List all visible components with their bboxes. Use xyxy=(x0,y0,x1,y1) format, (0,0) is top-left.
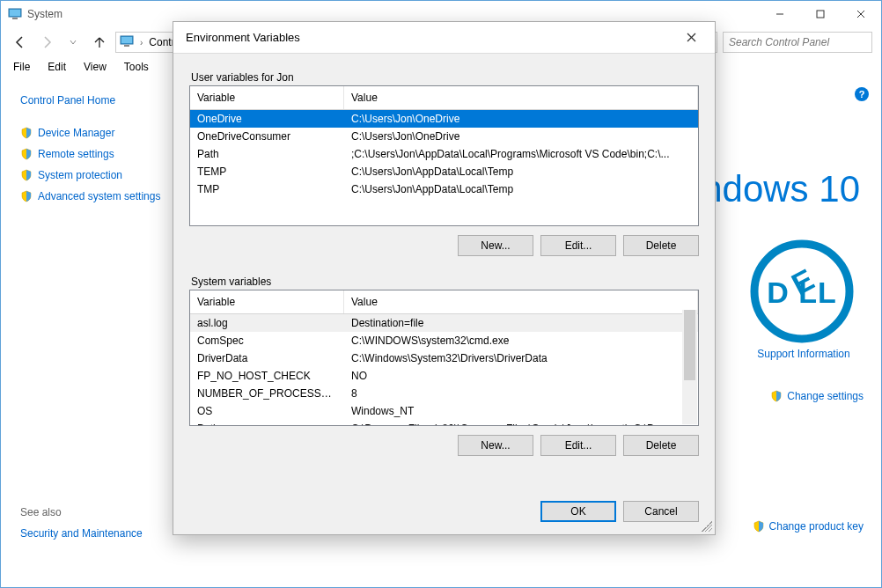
change-product-key-link[interactable]: Change product key xyxy=(753,520,864,533)
dell-logo: D LL E xyxy=(749,239,855,344)
control-panel-home-link[interactable]: Control Panel Home xyxy=(20,94,175,107)
up-button[interactable] xyxy=(89,32,110,53)
help-icon[interactable]: ? xyxy=(855,87,869,101)
system-vars-rows: asl.logDestination=fileComSpecC:\WINDOWS… xyxy=(190,314,698,425)
menu-view[interactable]: View xyxy=(77,59,114,75)
cell-value: C:\Users\Jon\AppData\Local\Temp xyxy=(344,182,698,196)
link-label: Remote settings xyxy=(38,148,114,160)
recent-dropdown[interactable] xyxy=(62,32,84,53)
user-delete-button[interactable]: Delete xyxy=(623,235,699,256)
change-settings-link[interactable]: Change settings xyxy=(770,390,864,402)
cell-value: C:\Users\Jon\AppData\Local\Temp xyxy=(344,165,698,179)
link-label: Change product key xyxy=(769,520,864,533)
windows-10-logo: ndows 10 xyxy=(702,168,860,210)
cancel-button[interactable]: Cancel xyxy=(623,501,699,522)
system-delete-button[interactable]: Delete xyxy=(623,435,699,456)
user-vars-list[interactable]: Variable Value OneDriveC:\Users\Jon\OneD… xyxy=(189,85,699,226)
search-placeholder: Search Control Panel xyxy=(729,36,829,48)
table-row[interactable]: OSWindows_NT xyxy=(190,402,698,420)
shield-icon xyxy=(20,127,33,139)
col-variable[interactable]: Variable xyxy=(190,86,344,109)
user-vars-label: User variables for Jon xyxy=(191,71,699,84)
sidebar-item-system-protection[interactable]: System protection xyxy=(20,165,175,186)
link-label: Change settings xyxy=(787,390,864,402)
cell-variable: ComSpec xyxy=(190,334,344,348)
list-header: Variable Value xyxy=(190,86,698,110)
svg-rect-4 xyxy=(817,11,824,18)
cell-value: C:\Windows\System32\Drivers\DriverData xyxy=(344,351,698,365)
system-vars-list[interactable]: Variable Value asl.logDestination=fileCo… xyxy=(189,290,699,426)
menu-file[interactable]: File xyxy=(6,59,37,75)
table-row[interactable]: PathC:\Program Files (x86)\Common Files\… xyxy=(190,420,698,425)
cell-value: C:\Users\Jon\OneDrive xyxy=(344,129,698,143)
close-button[interactable] xyxy=(841,1,881,27)
cell-variable: Path xyxy=(190,147,344,161)
link-label: System protection xyxy=(38,169,122,181)
scrollbar-thumb[interactable] xyxy=(684,310,695,380)
table-row[interactable]: asl.logDestination=file xyxy=(190,314,698,332)
window-title: System xyxy=(27,8,760,20)
table-row[interactable]: NUMBER_OF_PROCESSORS8 xyxy=(190,385,698,402)
search-input[interactable]: Search Control Panel xyxy=(723,32,872,53)
user-new-button[interactable]: New... xyxy=(458,235,533,256)
cell-value: C:\Program Files (x86)\Common Files\Orac… xyxy=(344,422,698,425)
system-new-button[interactable]: New... xyxy=(458,435,533,456)
support-information-link[interactable]: Support Information xyxy=(751,348,856,360)
forward-button[interactable] xyxy=(36,32,57,53)
shield-icon xyxy=(20,169,33,181)
table-row[interactable]: FP_NO_HOST_CHECKNO xyxy=(190,367,698,385)
table-row[interactable]: DriverDataC:\Windows\System32\Drivers\Dr… xyxy=(190,349,698,367)
link-label: Advanced system settings xyxy=(38,190,160,202)
resize-grip[interactable] xyxy=(702,521,712,532)
dialog-close-button[interactable] xyxy=(674,26,708,50)
list-header: Variable Value xyxy=(190,290,698,314)
table-row[interactable]: OneDriveConsumerC:\Users\Jon\OneDrive xyxy=(190,128,698,145)
sidebar-item-device-manager[interactable]: Device Manager xyxy=(20,122,175,143)
cell-variable: NUMBER_OF_PROCESSORS xyxy=(190,386,344,401)
cell-value: NO xyxy=(344,369,698,383)
col-variable[interactable]: Variable xyxy=(190,290,344,313)
dialog-footer: OK Cancel xyxy=(173,496,715,534)
system-icon xyxy=(8,7,22,21)
see-also-section: See also Security and Maintenance xyxy=(20,506,175,540)
maximize-button[interactable] xyxy=(800,1,841,27)
user-edit-button[interactable]: Edit... xyxy=(540,235,616,256)
system-vars-label: System variables xyxy=(191,276,699,288)
see-also-title: See also xyxy=(20,506,175,518)
menu-tools[interactable]: Tools xyxy=(117,59,156,75)
svg-rect-1 xyxy=(10,10,20,16)
back-button[interactable] xyxy=(10,32,31,53)
sidebar-item-advanced-settings[interactable]: Advanced system settings xyxy=(20,186,175,207)
cell-variable: DriverData xyxy=(190,351,344,365)
ok-button[interactable]: OK xyxy=(540,501,616,522)
table-row[interactable]: ComSpecC:\WINDOWS\system32\cmd.exe xyxy=(190,332,698,349)
scrollbar[interactable] xyxy=(682,310,697,424)
link-label: Device Manager xyxy=(38,127,114,139)
svg-rect-8 xyxy=(121,37,132,43)
dialog-title: Environment Variables xyxy=(186,31,674,44)
minimize-button[interactable] xyxy=(760,1,800,27)
col-value[interactable]: Value xyxy=(344,86,698,109)
table-row[interactable]: Path;C:\Users\Jon\AppData\Local\Programs… xyxy=(190,145,698,163)
sidebar: Control Panel Home Device Manager Remote… xyxy=(1,80,186,587)
cell-value: Destination=file xyxy=(344,316,698,330)
cell-variable: TEMP xyxy=(190,165,344,179)
menu-edit[interactable]: Edit xyxy=(40,59,73,75)
dialog-titlebar: Environment Variables xyxy=(173,22,715,54)
sidebar-item-remote-settings[interactable]: Remote settings xyxy=(20,143,175,165)
cell-variable: asl.log xyxy=(190,316,344,330)
svg-rect-2 xyxy=(12,18,18,19)
cell-variable: FP_NO_HOST_CHECK xyxy=(190,369,344,383)
table-row[interactable]: TMPC:\Users\Jon\AppData\Local\Temp xyxy=(190,180,698,198)
svg-rect-9 xyxy=(124,45,129,47)
system-edit-button[interactable]: Edit... xyxy=(540,435,616,456)
see-also-link[interactable]: Security and Maintenance xyxy=(20,527,143,540)
user-vars-buttons: New... Edit... Delete xyxy=(189,235,699,256)
cell-value: Windows_NT xyxy=(344,404,698,418)
table-row[interactable]: OneDriveC:\Users\Jon\OneDrive xyxy=(190,110,698,128)
cell-value: C:\Users\Jon\OneDrive xyxy=(344,112,698,126)
window-buttons xyxy=(760,1,881,27)
cell-value: ;C:\Users\Jon\AppData\Local\Programs\Mic… xyxy=(344,147,698,161)
col-value[interactable]: Value xyxy=(344,290,698,313)
table-row[interactable]: TEMPC:\Users\Jon\AppData\Local\Temp xyxy=(190,163,698,180)
